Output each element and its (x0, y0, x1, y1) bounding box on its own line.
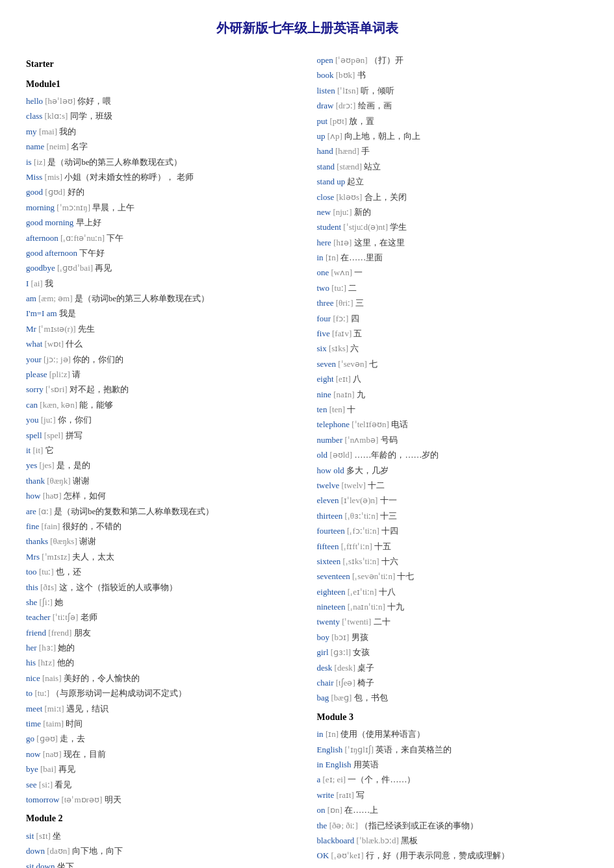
list-item: stand [stænd] 站立 (317, 159, 589, 174)
word-chinese: 十五 (372, 541, 391, 551)
word-phonetic: [ˈnʌmbə] (342, 435, 378, 445)
word-english: his (26, 658, 36, 667)
word-phonetic: [naʊ] (40, 749, 61, 759)
word-english: on (317, 805, 326, 815)
list-item: fourteen [ˌfɔːˈtiːn] 十四 (317, 523, 589, 538)
word-english: now (26, 749, 40, 759)
list-item: it [it] 它 (26, 443, 298, 458)
word-english: good (26, 187, 43, 197)
word-chinese: 用英语 (352, 760, 379, 769)
list-item: go [ɡəʊ] 走，去 (26, 731, 298, 746)
list-item: write [raɪt] 写 (317, 787, 589, 802)
word-phonetic: [tuː] (32, 688, 49, 698)
word-phonetic: [eɪ; ei] (320, 775, 346, 784)
word-english: to (26, 688, 32, 698)
list-item: in [ɪn] 在……里面 (317, 250, 589, 265)
section-title: Starter (26, 56, 298, 73)
list-item: Mr [ˈmɪstə(r)] 先生 (26, 321, 298, 336)
list-item: sit down 坐下 (26, 859, 298, 868)
word-phonetic: [ˈstjuːd(ə)nt] (341, 222, 388, 232)
list-item: am [æm; əm] 是（动词be的第三人称单数现在式） (26, 291, 298, 306)
list-item: up [ʌp] 向上地，朝上，向上 (317, 129, 589, 143)
word-english: Mr (26, 324, 36, 334)
word-phonetic: [it] (31, 445, 43, 455)
right-column: open [ˈəʊpən] （打）开book [bʊk] 书listen [ˈl… (317, 53, 589, 868)
word-phonetic: [ˌθɜːˈtiːn] (342, 511, 378, 521)
word-english: thank (26, 476, 45, 486)
word-english: time (26, 719, 41, 728)
word-english: close (317, 192, 335, 202)
word-english: seven (317, 359, 337, 369)
word-english: go (26, 734, 34, 743)
word-chinese: 起立 (345, 177, 364, 186)
word-chinese: 夫人，太太 (70, 552, 114, 562)
word-english: student (317, 222, 342, 232)
list-item: I [ai] 我 (26, 276, 298, 291)
word-english: sorry (26, 384, 44, 394)
word-phonetic: [raɪt] (334, 790, 354, 800)
list-item: fine [fain] 很好的，不错的 (26, 519, 298, 534)
word-chinese: 六 (348, 343, 359, 353)
word-english: this (26, 582, 38, 592)
word-chinese: 我的 (57, 127, 76, 136)
word-chinese: 请 (70, 369, 81, 379)
list-item: bag [bæɡ] 包，书包 (317, 690, 589, 705)
word-chinese: 好的 (65, 187, 84, 197)
word-chinese: 谢谢 (77, 536, 96, 546)
left-column: StarterModule1hello [həˈləʊ] 你好，喂class [… (26, 53, 298, 868)
word-phonetic: [θæŋk] (45, 476, 71, 486)
word-chinese: 十六 (379, 556, 398, 566)
list-item: chair [tʃeə] 椅子 (317, 675, 589, 690)
list-item: put [pʊt] 放，置 (317, 114, 589, 129)
word-chinese: 绘画，画 (355, 101, 391, 110)
word-chinese: 谢谢 (71, 476, 90, 486)
word-english: am (26, 293, 36, 303)
word-english: my (26, 127, 37, 136)
word-chinese: 坐 (51, 831, 61, 841)
word-english: name (26, 142, 44, 151)
word-chinese: 手 (359, 146, 370, 156)
word-english: class (26, 111, 42, 121)
word-english: you (26, 415, 39, 425)
list-item: OK [ˌəʊˈkeɪ] 行，好（用于表示同意，赞成或理解） (317, 848, 589, 863)
list-item: four [fɔː] 四 (317, 311, 589, 326)
list-item: fifteen [ˌfɪftˈiːn] 十五 (317, 539, 589, 554)
word-english: new (317, 207, 331, 217)
word-chinese: 桌子 (355, 663, 374, 673)
word-chinese: 能，能够 (77, 400, 113, 410)
list-item: boy [bɔɪ] 男孩 (317, 630, 589, 645)
word-english: she (26, 597, 37, 607)
list-item: meet [miːt] 遇见，结识 (26, 701, 298, 716)
word-chinese: 我是 (57, 308, 76, 318)
word-english: how old (317, 465, 344, 475)
word-chinese: 拼写 (63, 430, 82, 440)
list-item: book [bʊk] 书 (317, 68, 589, 82)
word-english: see (26, 780, 37, 789)
word-english: sit (26, 831, 34, 841)
word-chinese: 一 (352, 267, 363, 277)
word-english: English (317, 745, 343, 754)
word-english: one (317, 267, 329, 277)
word-chinese: （指已经谈到或正在谈的事物） (358, 821, 478, 830)
word-chinese: 时间 (64, 719, 83, 728)
list-item: nineteen [ˌnaɪnˈtiːn] 十九 (317, 599, 589, 614)
word-phonetic: [wʌn] (329, 267, 352, 277)
word-chinese: 下午 (105, 233, 123, 243)
word-phonetic: [juː] (39, 415, 56, 425)
list-item: ten [ten] 十 (317, 402, 589, 417)
word-phonetic: [ˈlɪsn] (335, 86, 359, 95)
list-item: down [daʊn] 向下地，向下 (26, 843, 298, 858)
word-phonetic: [mis] (42, 172, 62, 182)
word-chinese: 坐下 (55, 862, 73, 868)
word-chinese: （与原形动词一起构成动词不定式） (49, 688, 186, 698)
list-item: what [wɒt] 什么 (26, 336, 298, 351)
list-item: desk [desk] 桌子 (317, 660, 589, 675)
list-item: afternoon [ˌɑːftəˈnuːn] 下午 (26, 230, 298, 245)
list-item: two [tuː] 二 (317, 280, 589, 295)
list-item: sorry [ˈsɒri] 对不起，抱歉的 (26, 382, 298, 397)
list-item: listen [ˈlɪsn] 听，倾听 (317, 83, 589, 98)
word-english: the (317, 821, 327, 830)
word-phonetic: [daʊn] (45, 846, 70, 856)
word-english: is (26, 157, 32, 167)
list-item: can [kæn, kən] 能，能够 (26, 397, 298, 412)
